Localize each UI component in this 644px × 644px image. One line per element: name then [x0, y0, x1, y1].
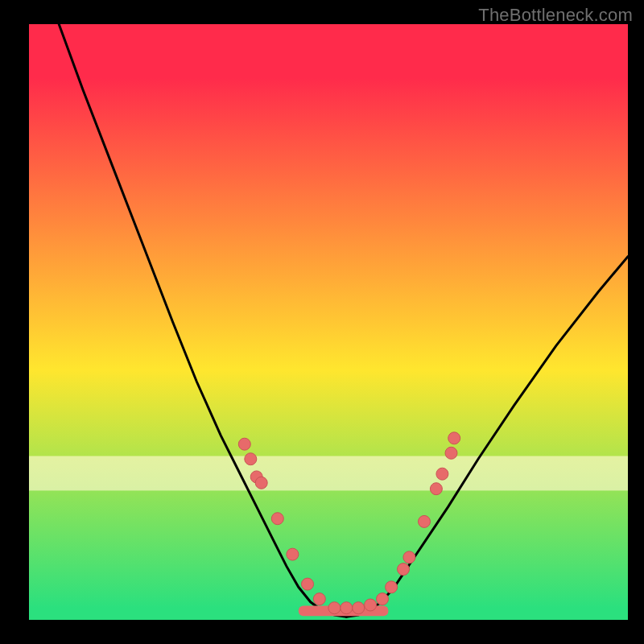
data-dot	[436, 468, 448, 480]
data-dot	[287, 548, 299, 560]
chart-frame: TheBottleneck.com	[0, 0, 644, 644]
data-dot	[271, 513, 283, 525]
data-dot	[328, 602, 341, 614]
data-dot	[353, 602, 365, 614]
data-dot	[313, 593, 325, 605]
data-dot	[398, 564, 410, 576]
chart-svg	[29, 24, 628, 620]
watermark-text: TheBottleneck.com	[478, 5, 633, 26]
data-dot	[341, 602, 353, 614]
data-dot	[245, 453, 257, 465]
data-dot	[302, 578, 314, 590]
gradient-bg	[29, 24, 628, 620]
data-dot	[365, 599, 377, 611]
data-dot	[430, 483, 442, 495]
data-dot	[377, 593, 389, 605]
data-dot	[419, 515, 431, 527]
data-dot	[255, 477, 267, 489]
data-dot	[448, 432, 460, 444]
data-dot	[386, 581, 398, 593]
highlight-band	[29, 456, 628, 491]
plot-area	[29, 24, 628, 620]
data-dot	[238, 438, 250, 450]
data-dot	[445, 447, 457, 459]
data-dot	[403, 551, 415, 564]
